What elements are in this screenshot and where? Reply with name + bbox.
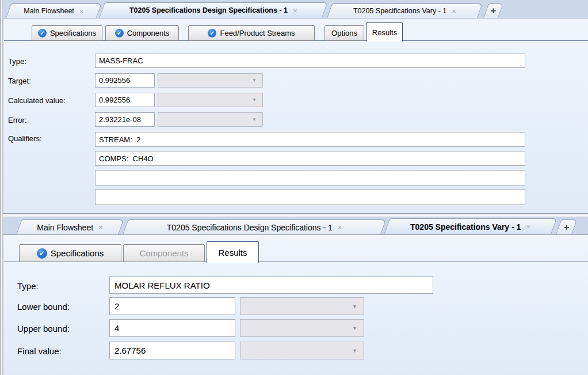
doc-tab-vary[interactable]: T0205 Specifications Vary - 1 ×: [384, 218, 557, 234]
type-label: Type:: [17, 281, 39, 291]
document-tabbar-top: Main Flowsheet × T0205 Specifications De…: [0, 0, 588, 18]
qualifier-row-1[interactable]: STREAM: 2: [95, 132, 525, 147]
chevron-down-icon: ▼: [252, 118, 257, 122]
close-icon[interactable]: ×: [98, 224, 103, 231]
close-icon[interactable]: ×: [293, 7, 297, 14]
check-icon: ✓: [37, 248, 47, 259]
final-value-units-dropdown[interactable]: ▼: [240, 342, 364, 359]
tab-label: Results: [218, 248, 247, 257]
final-value-label: Final value:: [17, 346, 62, 356]
doc-tab-content: T0205 Specifications Design Specificatio…: [102, 3, 324, 18]
final-value-field[interactable]: 2.67756: [109, 342, 235, 359]
target-field[interactable]: 0.992556: [95, 73, 155, 88]
target-units-dropdown[interactable]: ▼: [158, 73, 263, 88]
doc-tab-label: Main Flowsheet: [37, 223, 93, 232]
chevron-down-icon: ▼: [252, 98, 257, 103]
doc-tab-main-flowsheet[interactable]: Main Flowsheet ×: [6, 3, 102, 18]
qualifier-row-4[interactable]: [95, 190, 525, 205]
chevron-down-icon: ▼: [352, 348, 357, 353]
doc-tab-content: Main Flowsheet ×: [9, 4, 98, 18]
doc-tab-label: T0205 Specifications Design Specificatio…: [167, 223, 333, 232]
tab-components[interactable]: ✓ Components: [105, 25, 179, 41]
doc-tab-main-flowsheet[interactable]: Main Flowsheet ×: [16, 219, 124, 234]
tab-components: Components: [123, 244, 205, 262]
qualifier-row-2[interactable]: COMPS: CH4O: [95, 151, 525, 166]
document-tabbar-bottom: Main Flowsheet × T0205 Specifications De…: [0, 217, 588, 234]
tab-options[interactable]: Options: [324, 25, 364, 41]
close-icon[interactable]: ×: [338, 224, 342, 231]
tab-results[interactable]: Results: [366, 22, 403, 41]
upper-bound-field[interactable]: 4: [109, 319, 235, 337]
qualifiers-label: Qualifiers:: [8, 134, 42, 143]
plus-icon: +: [564, 223, 569, 232]
chevron-down-icon: ▼: [252, 78, 257, 83]
calculated-value-field[interactable]: 0.992556: [95, 93, 155, 107]
check-icon: ✓: [115, 29, 124, 37]
calculated-units-dropdown[interactable]: ▼: [158, 93, 263, 107]
new-tab-button[interactable]: +: [483, 3, 503, 18]
calculated-value-label: Calculated value:: [8, 96, 66, 105]
doc-tab-label: Main Flowsheet: [24, 7, 74, 15]
doc-tab-label: T0205 Specifications Vary - 1: [353, 7, 446, 15]
doc-tab-content: T0205 Specifications Vary - 1 ×: [387, 219, 553, 234]
doc-tab-label: T0205 Specifications Vary - 1: [410, 222, 521, 232]
doc-tab-content: +: [486, 4, 500, 18]
close-icon[interactable]: ×: [79, 7, 84, 15]
doc-tab-design-specifications[interactable]: T0205 Specifications Design Specificatio…: [99, 2, 328, 18]
doc-tab-label: T0205 Specifications Design Specificatio…: [129, 6, 288, 14]
type-field[interactable]: MASS-FRAC: [95, 54, 525, 68]
error-label: Error:: [8, 116, 27, 124]
tab-feed-product-streams[interactable]: ✓ Feed/Product Streams: [188, 25, 315, 41]
tab-label: Options: [331, 29, 357, 37]
tab-label: Specifications: [50, 29, 96, 37]
tab-label: Components: [127, 29, 170, 37]
upper-bound-label: Upper bound:: [17, 324, 70, 334]
new-tab-button[interactable]: +: [556, 219, 577, 234]
chevron-down-icon: ▼: [352, 325, 357, 331]
check-icon: ✓: [38, 29, 47, 37]
type-field[interactable]: MOLAR REFLUX RATIO: [109, 276, 433, 294]
doc-tab-design-specifications[interactable]: T0205 Specifications Design Specificatio…: [123, 219, 386, 234]
plus-icon: +: [491, 6, 496, 16]
tab-label: Results: [372, 28, 397, 37]
doc-tab-vary[interactable]: T0205 Specifications Vary - 1 ×: [327, 3, 483, 18]
tab-label: Feed/Product Streams: [220, 29, 295, 37]
doc-tab-content: T0205 Specifications Vary - 1 ×: [330, 4, 479, 18]
lower-bound-units-dropdown[interactable]: ▼: [240, 297, 364, 315]
tab-specifications[interactable]: ✓ Specifications: [19, 244, 121, 262]
tab-label: Specifications: [51, 248, 104, 258]
lower-bound-field[interactable]: 2: [109, 297, 235, 315]
qualifier-row-3[interactable]: [95, 170, 525, 185]
close-icon[interactable]: ×: [452, 7, 456, 15]
doc-tab-content: T0205 Specifications Design Specificatio…: [126, 220, 383, 234]
upper-bound-units-dropdown[interactable]: ▼: [240, 319, 364, 337]
type-label: Type:: [8, 57, 26, 66]
window-left-frame: [0, 0, 3, 375]
app-window: Main Flowsheet × T0205 Specifications De…: [0, 0, 588, 375]
tab-label: Components: [139, 248, 188, 258]
doc-tab-content: Main Flowsheet ×: [20, 220, 121, 234]
chevron-down-icon: ▼: [352, 304, 357, 309]
tab-specifications[interactable]: ✓ Specifications: [32, 25, 102, 41]
close-icon[interactable]: ×: [526, 223, 530, 230]
error-field[interactable]: 2.93221e-08: [95, 112, 155, 127]
check-icon: ✓: [208, 29, 216, 37]
doc-tab-content: +: [559, 220, 574, 234]
target-label: Target:: [8, 77, 31, 85]
error-units-dropdown[interactable]: ▼: [158, 112, 263, 127]
lower-bound-label: Lower bound:: [17, 302, 70, 312]
tab-results[interactable]: Results: [207, 241, 259, 263]
